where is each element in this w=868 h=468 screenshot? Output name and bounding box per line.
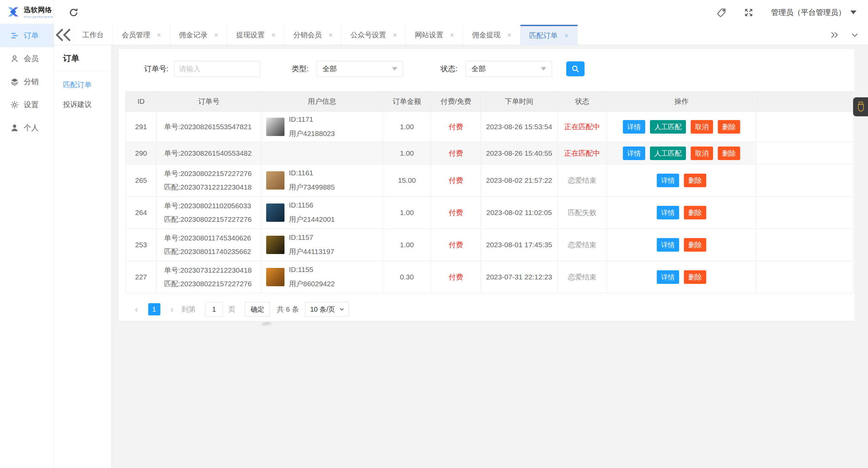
tab-item[interactable]: 公众号设置× bbox=[342, 25, 406, 45]
confirm-button[interactable]: 确定 bbox=[245, 302, 270, 317]
refresh-icon[interactable] bbox=[68, 7, 79, 18]
close-icon[interactable]: × bbox=[393, 32, 397, 38]
cell-order-no: 单号:202308261553547821 bbox=[157, 112, 261, 142]
submenu-item[interactable]: 投诉建议 bbox=[54, 95, 111, 114]
sidebar-item-label: 分销 bbox=[24, 77, 39, 87]
table-row: 253单号:202308011745340626匹配:2023080117402… bbox=[126, 229, 854, 261]
close-icon[interactable]: × bbox=[271, 32, 275, 38]
submenu-list: 匹配订单投诉建议 bbox=[54, 71, 111, 114]
tab-item[interactable]: 佣金提现× bbox=[463, 25, 520, 45]
prev-page-icon[interactable]: ‹ bbox=[135, 305, 138, 314]
order-no-input[interactable] bbox=[174, 61, 260, 77]
action-button-orange[interactable]: 删除 bbox=[684, 238, 706, 252]
action-button-orange[interactable]: 删除 bbox=[684, 270, 706, 284]
tab-list: 工作台会员管理×佣金记录×提现设置×分销会员×公众号设置×网站设置×佣金提现×匹… bbox=[74, 25, 578, 45]
cell-amount: 1.00 bbox=[383, 229, 431, 261]
action-button-blue[interactable]: 详情 bbox=[623, 120, 645, 134]
tab-item[interactable]: 佣金记录× bbox=[170, 25, 228, 45]
sidebar-item-orders[interactable]: 订单 bbox=[0, 24, 54, 47]
search-icon bbox=[571, 64, 580, 73]
close-icon[interactable]: × bbox=[157, 32, 161, 38]
tag-icon[interactable] bbox=[717, 8, 726, 17]
sidebar-item-label: 会员 bbox=[24, 54, 39, 64]
close-icon[interactable]: × bbox=[450, 32, 454, 38]
sidebar-item-label: 订单 bbox=[24, 31, 39, 41]
secondary-sidebar: 订单 匹配订单投诉建议 bbox=[54, 45, 112, 468]
tab-item[interactable]: 工作台 bbox=[74, 25, 113, 45]
cell-actions: 详情删除 bbox=[607, 164, 756, 197]
cell-actions: 详情删除 bbox=[607, 197, 756, 229]
sidebar-item-distribution[interactable]: 分销 bbox=[0, 70, 54, 93]
cell-extra bbox=[756, 142, 854, 164]
tab-label: 会员管理 bbox=[122, 30, 150, 40]
user-avatar bbox=[266, 171, 284, 190]
cell-id: 291 bbox=[126, 112, 157, 142]
cell-order-time: 2023-08-01 17:45:35 bbox=[481, 229, 558, 261]
tab-item[interactable]: 提现设置× bbox=[227, 25, 284, 45]
close-icon[interactable]: × bbox=[214, 32, 218, 38]
pagination: ‹ 1 › 到第 页 确定 共 6 条 10 条/页 bbox=[135, 302, 854, 317]
next-page-icon[interactable]: › bbox=[171, 305, 174, 314]
cell-amount: 0.30 bbox=[383, 261, 431, 293]
cell-id: 264 bbox=[126, 197, 157, 229]
tab-label: 匹配订单 bbox=[529, 31, 558, 40]
table-header-cell: 操作 bbox=[607, 92, 756, 112]
action-button-orange[interactable]: 取消 bbox=[691, 120, 713, 134]
tab-bar: 工作台会员管理×佣金记录×提现设置×分销会员×公众号设置×网站设置×佣金提现×匹… bbox=[54, 25, 868, 45]
action-button-orange[interactable]: 删除 bbox=[684, 206, 706, 219]
sidebar-item-settings[interactable]: 设置 bbox=[0, 93, 54, 116]
action-button-orange[interactable]: 删除 bbox=[718, 147, 740, 160]
table-header-cell: 用户信息 bbox=[261, 92, 383, 112]
cell-user-info bbox=[261, 142, 383, 164]
action-button-orange[interactable]: 删除 bbox=[684, 174, 706, 187]
table-header-cell: 状态 bbox=[558, 92, 607, 112]
tab-label: 佣金提现 bbox=[472, 30, 500, 40]
tab-item[interactable]: 会员管理× bbox=[113, 25, 170, 45]
action-button-blue[interactable]: 详情 bbox=[657, 174, 679, 187]
tab-item[interactable]: 网站设置× bbox=[406, 25, 463, 45]
per-page-select[interactable]: 10 条/页 bbox=[305, 302, 349, 317]
search-button[interactable] bbox=[566, 61, 585, 76]
usb-drive-icon bbox=[856, 101, 865, 113]
table-row: 227单号:202307312212230418匹配:2023080221572… bbox=[126, 261, 854, 293]
close-icon[interactable]: × bbox=[565, 32, 569, 39]
top-bar: 管理员（平台管理员） bbox=[54, 0, 868, 25]
goto-page-input[interactable] bbox=[205, 302, 223, 317]
action-button-blue[interactable]: 详情 bbox=[623, 147, 645, 160]
cell-pay-type: 付费 bbox=[431, 229, 481, 261]
usb-floating-widget[interactable] bbox=[853, 97, 868, 116]
layers-icon bbox=[10, 77, 19, 86]
fullscreen-icon[interactable] bbox=[744, 8, 753, 17]
action-button-orange[interactable]: 删除 bbox=[718, 120, 740, 134]
total-count-label: 共 6 条 bbox=[277, 305, 299, 314]
sidebar-item-members[interactable]: 会员 bbox=[0, 47, 54, 70]
cell-order-time: 2023-08-02 11:02:05 bbox=[481, 197, 558, 229]
person-icon bbox=[10, 123, 19, 132]
tab-menu-chevron-icon[interactable] bbox=[850, 31, 859, 39]
tab-item[interactable]: 分销会员× bbox=[284, 25, 342, 45]
action-button-blue[interactable]: 详情 bbox=[657, 270, 679, 284]
tab-item[interactable]: 匹配订单× bbox=[520, 25, 578, 45]
status-select[interactable]: 全部 bbox=[466, 61, 552, 77]
action-button-blue[interactable]: 详情 bbox=[657, 206, 679, 219]
type-select[interactable]: 全部 bbox=[317, 61, 403, 77]
tabs-collapse-left[interactable] bbox=[54, 25, 74, 45]
user-avatar bbox=[266, 118, 284, 136]
sidebar-item-profile[interactable]: 个人 bbox=[0, 116, 54, 139]
user-avatar bbox=[266, 203, 284, 222]
table-header-cell: 订单金额 bbox=[383, 92, 431, 112]
submenu-item[interactable]: 匹配订单 bbox=[54, 75, 111, 95]
action-button-green[interactable]: 人工匹配 bbox=[650, 120, 686, 134]
action-button-blue[interactable]: 详情 bbox=[657, 238, 679, 252]
cell-extra bbox=[756, 197, 854, 229]
close-icon[interactable]: × bbox=[329, 32, 333, 38]
admin-app: 迅软网络 XunruanNetwork 订单会员分销设置个人 管理员（平台管理员… bbox=[0, 0, 868, 468]
user-menu[interactable]: 管理员（平台管理员） bbox=[771, 7, 856, 18]
action-button-green[interactable]: 人工匹配 bbox=[650, 147, 686, 160]
action-button-orange[interactable]: 取消 bbox=[691, 147, 713, 160]
close-icon[interactable]: × bbox=[507, 32, 511, 38]
sidebar-item-label: 设置 bbox=[24, 100, 39, 110]
double-chevron-right-icon[interactable] bbox=[830, 31, 839, 39]
page-number-button[interactable]: 1 bbox=[148, 303, 160, 315]
table-row: 264单号:202308021102056033匹配:2023080221572… bbox=[126, 197, 854, 229]
